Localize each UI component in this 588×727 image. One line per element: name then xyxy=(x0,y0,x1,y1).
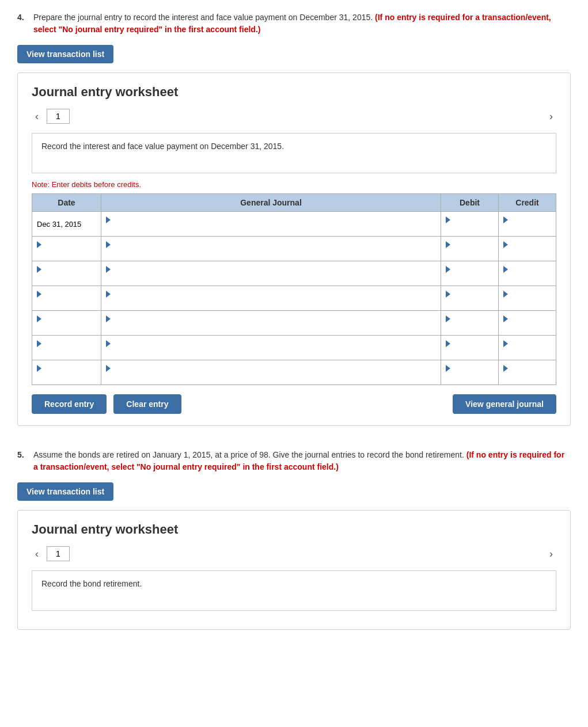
worksheet-4-title: Journal entry worksheet xyxy=(32,85,556,100)
cell-credit-4[interactable] xyxy=(499,311,556,336)
cell-credit-3[interactable] xyxy=(499,286,556,311)
debit-input-6[interactable] xyxy=(446,373,494,382)
debit-input-1[interactable] xyxy=(446,249,494,258)
cell-date-5[interactable] xyxy=(32,336,101,360)
row-indicator-credit-4 xyxy=(503,315,508,322)
credit-input-3[interactable] xyxy=(503,299,551,307)
cell-debit-5[interactable] xyxy=(441,336,499,360)
cell-debit-0[interactable] xyxy=(441,212,499,237)
worksheet-4-page-input[interactable] xyxy=(47,109,70,124)
cell-debit-2[interactable] xyxy=(441,261,499,286)
question-4-header: 4. Prepare the journal entry to record t… xyxy=(17,12,571,36)
cell-debit-6[interactable] xyxy=(441,360,499,385)
row-indicator-journal-2 xyxy=(106,266,111,273)
cell-date-6[interactable] xyxy=(32,360,101,385)
header-journal: General Journal xyxy=(101,194,441,212)
question-5-header: 5. Assume the bonds are retired on Janua… xyxy=(17,449,571,473)
cell-credit-2[interactable] xyxy=(499,261,556,286)
row-indicator-5 xyxy=(37,340,41,347)
cell-journal-6[interactable] xyxy=(101,360,441,385)
table-row xyxy=(32,311,556,336)
journal-input-4[interactable] xyxy=(106,323,436,332)
row-indicator-3 xyxy=(37,291,41,298)
cell-date-1[interactable] xyxy=(32,237,101,261)
date-input-5[interactable] xyxy=(37,348,96,357)
journal-input-5[interactable] xyxy=(106,348,436,357)
table-row xyxy=(32,237,556,261)
worksheet-4-description: Record the interest and face value payme… xyxy=(32,133,556,173)
cell-date-2[interactable] xyxy=(32,261,101,286)
worksheet-4-nav: ‹ › xyxy=(32,109,556,124)
date-input-3[interactable] xyxy=(37,299,96,307)
debit-input-5[interactable] xyxy=(446,348,494,357)
journal-input-3[interactable] xyxy=(106,299,436,307)
credit-input-4[interactable] xyxy=(503,323,551,332)
worksheet-5: Journal entry worksheet ‹ › Record the b… xyxy=(17,510,571,630)
worksheet-5-page-input[interactable] xyxy=(47,546,70,561)
credit-input-1[interactable] xyxy=(503,249,551,258)
question-4-number: 4. xyxy=(17,12,29,36)
credit-input-6[interactable] xyxy=(503,373,551,382)
worksheet-5-next-button[interactable]: › xyxy=(546,547,556,561)
credit-input-2[interactable] xyxy=(503,274,551,283)
cell-debit-4[interactable] xyxy=(441,311,499,336)
cell-journal-2[interactable] xyxy=(101,261,441,286)
cell-credit-0[interactable] xyxy=(499,212,556,237)
worksheet-5-prev-button[interactable]: ‹ xyxy=(32,547,42,561)
cell-credit-1[interactable] xyxy=(499,237,556,261)
journal-input-1[interactable] xyxy=(106,249,436,258)
row-indicator-debit-1 xyxy=(446,241,450,248)
row-indicator-debit-5 xyxy=(446,340,450,347)
row-indicator-journal-3 xyxy=(106,291,111,298)
cell-date-0[interactable] xyxy=(32,212,101,237)
row-indicator-debit-0 xyxy=(446,216,450,223)
clear-entry-button-4[interactable]: Clear entry xyxy=(113,394,181,414)
row-indicator-credit-2 xyxy=(503,266,508,273)
worksheet-4: Journal entry worksheet ‹ › Record the i… xyxy=(17,73,571,426)
cell-journal-5[interactable] xyxy=(101,336,441,360)
cell-debit-1[interactable] xyxy=(441,237,499,261)
worksheet-4-note: Note: Enter debits before credits. xyxy=(32,180,556,189)
worksheet-5-title: Journal entry worksheet xyxy=(32,522,556,537)
table-row xyxy=(32,286,556,311)
worksheet-4-actions: Record entry Clear entry View general jo… xyxy=(32,394,556,414)
view-transaction-list-button-4[interactable]: View transaction list xyxy=(17,45,113,63)
credit-input-0[interactable] xyxy=(503,224,551,233)
debit-input-2[interactable] xyxy=(446,274,494,283)
date-input-0[interactable] xyxy=(37,220,96,229)
date-input-1[interactable] xyxy=(37,249,96,258)
worksheet-4-next-button[interactable]: › xyxy=(546,109,556,124)
journal-input-6[interactable] xyxy=(106,373,436,382)
table-row xyxy=(32,212,556,237)
cell-journal-1[interactable] xyxy=(101,237,441,261)
date-input-6[interactable] xyxy=(37,373,96,382)
cell-date-4[interactable] xyxy=(32,311,101,336)
debit-input-3[interactable] xyxy=(446,299,494,307)
header-debit: Debit xyxy=(441,194,499,212)
journal-input-0[interactable] xyxy=(106,224,436,233)
credit-input-5[interactable] xyxy=(503,348,551,357)
cell-date-3[interactable] xyxy=(32,286,101,311)
cell-credit-5[interactable] xyxy=(499,336,556,360)
date-input-2[interactable] xyxy=(37,274,96,283)
row-indicator-debit-6 xyxy=(446,365,450,372)
cell-debit-3[interactable] xyxy=(441,286,499,311)
cell-journal-3[interactable] xyxy=(101,286,441,311)
worksheet-4-prev-button[interactable]: ‹ xyxy=(32,109,42,124)
journal-input-2[interactable] xyxy=(106,274,436,283)
date-input-4[interactable] xyxy=(37,323,96,332)
debit-input-0[interactable] xyxy=(446,224,494,233)
record-entry-button-4[interactable]: Record entry xyxy=(32,394,107,414)
table-header-row: Date General Journal Debit Credit xyxy=(32,194,556,212)
cell-credit-6[interactable] xyxy=(499,360,556,385)
row-indicator-credit-0 xyxy=(503,216,508,223)
view-transaction-list-button-5[interactable]: View transaction list xyxy=(17,482,113,501)
cell-journal-4[interactable] xyxy=(101,311,441,336)
row-indicator-credit-1 xyxy=(503,241,508,248)
table-row xyxy=(32,336,556,360)
debit-input-4[interactable] xyxy=(446,323,494,332)
view-general-journal-button-4[interactable]: View general journal xyxy=(453,394,556,414)
cell-journal-0[interactable] xyxy=(101,212,441,237)
row-indicator-journal-0 xyxy=(106,216,111,223)
question-4-text: Prepare the journal entry to record the … xyxy=(33,12,571,36)
